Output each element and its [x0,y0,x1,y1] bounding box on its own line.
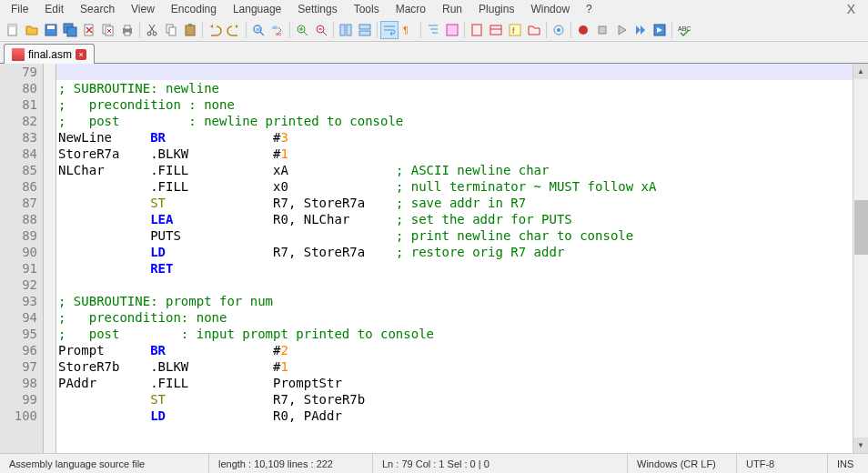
code-line[interactable] [56,64,853,80]
status-encoding[interactable]: UTF-8 [737,454,828,473]
svg-point-36 [579,25,588,35]
spellcheck-icon[interactable]: ABC [675,21,693,39]
toolbar-separator [333,22,334,38]
close-all-icon[interactable] [99,21,117,39]
code-line[interactable]: LEA R0, NLChar ; set the addr for PUTS [56,211,853,227]
new-icon[interactable] [4,21,22,39]
sync-v-icon[interactable] [337,21,355,39]
menu-window[interactable]: Window [523,1,577,17]
code-line[interactable]: ; precondition: none [56,309,853,326]
code-line[interactable]: PUTS ; print newline char to console [56,227,853,244]
svg-rect-11 [125,32,130,35]
menu-tools[interactable]: Tools [347,1,387,17]
code-line[interactable]: .FILL x0 ; null terminator ~ MUST follow… [56,178,853,195]
code-area[interactable]: ; SUBROUTINE: newline; precondition : no… [56,64,853,453]
close-file-icon[interactable] [80,21,98,39]
redo-icon[interactable] [225,21,243,39]
code-line[interactable]: ; SUBROUTINE: newline [56,80,853,96]
code-line[interactable]: NewLine BR #3 [56,129,853,146]
stop-icon[interactable] [593,21,611,39]
code-line[interactable]: StoreR7a .BLKW #1 [56,146,853,162]
menu-search[interactable]: Search [73,1,122,17]
svg-rect-31 [490,25,501,35]
code-line[interactable] [56,277,853,293]
svg-point-12 [147,32,151,35]
monitor-icon[interactable] [550,21,568,39]
play-icon[interactable] [612,21,631,39]
sync-h-icon[interactable] [356,21,374,39]
replace-icon[interactable]: abac [268,21,287,39]
svg-text:ab: ab [256,26,262,32]
print-icon[interactable] [118,21,136,39]
zoom-in-icon[interactable] [293,21,311,39]
line-number: 97 [0,358,37,375]
save-macro-icon[interactable] [651,21,669,39]
line-number: 79 [0,64,37,80]
menu-file[interactable]: File [4,1,35,17]
paste-icon[interactable] [181,21,199,39]
code-line[interactable]: ; SUBROUTINE: prompt for num [56,293,853,309]
undo-icon[interactable] [206,21,224,39]
cut-icon[interactable] [143,21,161,39]
code-line[interactable]: Prompt BR #2 [56,342,853,358]
doc-list-icon[interactable] [487,21,505,39]
svg-point-35 [557,28,560,32]
menu-run[interactable]: Run [435,1,469,17]
menu-encoding[interactable]: Encoding [164,1,224,17]
line-number: 85 [0,162,37,178]
line-number: 98 [0,375,37,391]
code-line[interactable]: RET [56,260,853,277]
menu-settings[interactable]: Settings [290,1,344,17]
record-icon[interactable] [574,21,592,39]
svg-text:ac: ac [276,31,281,36]
udl-icon[interactable] [443,21,461,39]
window-close-icon[interactable]: X [838,0,864,18]
zoom-out-icon[interactable] [312,21,330,39]
open-icon[interactable] [23,21,41,39]
menu-macro[interactable]: Macro [389,1,433,17]
code-line[interactable]: ; precondition : none [56,96,853,113]
status-pos: Ln : 79 Col : 1 Sel : 0 | 0 [373,454,628,473]
code-line[interactable]: ; post : newline printed to console [56,113,853,129]
svg-rect-10 [125,25,130,29]
line-number: 88 [0,211,37,227]
menu-view[interactable]: View [124,1,162,17]
doc-map-icon[interactable] [468,21,486,39]
code-line[interactable]: PAddr .FILL PromptStr [56,375,853,391]
code-line[interactable]: ST R7, StoreR7b [56,391,853,408]
folder-icon[interactable] [525,21,543,39]
line-number: 80 [0,80,37,96]
code-line[interactable]: ST R7, StoreR7a ; save addr in R7 [56,195,853,211]
code-line[interactable]: ; post : input prompt printed to console [56,326,853,342]
find-icon[interactable]: ab [249,21,267,39]
tab-close-icon[interactable]: × [76,49,86,60]
code-line[interactable]: LD R0, PAddr [56,408,853,424]
wrap-icon[interactable] [380,21,399,39]
indent-guide-icon[interactable] [424,21,442,39]
line-number: 84 [0,146,37,162]
save-all-icon[interactable] [61,21,79,39]
status-eol[interactable]: Windows (CR LF) [628,454,737,473]
menu-language[interactable]: Language [226,1,288,17]
scroll-down-icon[interactable]: ▼ [853,438,868,453]
line-number: 99 [0,391,37,408]
scroll-up-icon[interactable]: ▲ [853,64,868,79]
menu-edit[interactable]: Edit [37,1,71,17]
svg-rect-24 [340,25,345,35]
scroll-thumb[interactable] [854,200,868,255]
all-chars-icon[interactable]: ¶ [399,21,418,39]
code-line[interactable]: StoreR7b .BLKW #1 [56,358,853,375]
menu-plugins[interactable]: Plugins [471,1,521,17]
copy-icon[interactable] [162,21,180,39]
status-insert-mode[interactable]: INS [828,454,868,473]
fold-margin [44,64,56,453]
file-tab[interactable]: final.asm × [4,44,95,64]
code-line[interactable]: LD R7, StoreR7a ; restore orig R7 addr [56,244,853,260]
func-list-icon[interactable]: f [506,21,524,39]
play-multi-icon[interactable] [631,21,650,39]
line-number: 95 [0,326,37,342]
code-line[interactable]: NLChar .FILL xA ; ASCII newline char [56,162,853,178]
menu-help[interactable]: ? [579,1,600,17]
save-icon[interactable] [42,21,60,39]
vertical-scrollbar[interactable]: ▲ ▼ [853,64,868,453]
